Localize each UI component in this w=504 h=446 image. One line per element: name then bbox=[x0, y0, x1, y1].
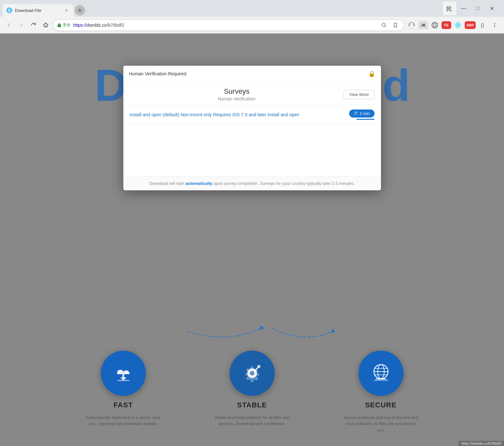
svg-point-6 bbox=[382, 23, 385, 26]
footer-auto-text: automatically bbox=[185, 181, 212, 186]
svg-point-5 bbox=[59, 25, 60, 26]
view-more-button[interactable]: View More bbox=[344, 90, 374, 99]
back-button[interactable] bbox=[4, 20, 14, 30]
search-icon-btn[interactable] bbox=[379, 21, 388, 30]
close-button[interactable]: ✕ bbox=[487, 4, 496, 13]
tab-close-button[interactable]: × bbox=[63, 7, 70, 14]
jb-extension-icon[interactable]: JB bbox=[418, 21, 428, 29]
human-verification-modal: Human Verification Required 🔒 Surveys Hu… bbox=[123, 66, 381, 190]
modal-surveys-section: Surveys Human Verification View More bbox=[123, 82, 381, 105]
svg-point-20 bbox=[494, 24, 495, 25]
window-controls: — □ ✕ bbox=[459, 4, 501, 13]
modal-title-bar: Human Verification Required 🔒 bbox=[123, 66, 381, 82]
svg-point-9 bbox=[410, 23, 413, 25]
fe-extension-icon[interactable]: FE bbox=[442, 21, 451, 29]
surveys-subtitle: Human Verification bbox=[130, 96, 344, 101]
taskbar-icon: 民 bbox=[443, 2, 456, 15]
brackets-extension-icon[interactable]: {} bbox=[477, 20, 488, 31]
profile-icon-btn[interactable] bbox=[406, 20, 417, 31]
modal-overlay: Human Verification Required 🔒 Surveys Hu… bbox=[0, 33, 504, 446]
forward-button[interactable] bbox=[16, 20, 26, 30]
footer-text-before: Download will start bbox=[149, 181, 185, 186]
modal-content-area bbox=[123, 125, 381, 176]
page-content: Download Xvid Human Verification Require… bbox=[0, 33, 504, 446]
home-button[interactable] bbox=[41, 20, 51, 30]
svg-line-7 bbox=[385, 26, 386, 27]
clock-icon: ⏱ bbox=[354, 111, 358, 116]
more-extensions-button[interactable] bbox=[489, 20, 500, 31]
modal-footer: Download will start automatically upon s… bbox=[123, 176, 381, 190]
surveys-header: Surveys Human Verification bbox=[130, 87, 344, 101]
svg-point-19 bbox=[494, 23, 495, 24]
survey-time-badge[interactable]: ⏱ 2 min bbox=[349, 109, 375, 118]
bookmark-icon-btn[interactable] bbox=[391, 21, 400, 30]
address-bar[interactable]: 安全 https://dwnlds.co/b76bdf2 bbox=[53, 19, 404, 31]
title-bar: Download File × 民 — □ ✕ bbox=[0, 0, 504, 17]
survey-item: Install and open (default) Non-incent on… bbox=[123, 105, 381, 125]
browser-window: Download File × 民 — □ ✕ bbox=[0, 0, 504, 446]
globe-extension-icon[interactable] bbox=[429, 20, 440, 31]
new-tab-button[interactable] bbox=[75, 5, 85, 15]
tab-favicon bbox=[6, 7, 12, 13]
extensions-area: JB FE ABP {} bbox=[406, 20, 500, 31]
svg-text:民: 民 bbox=[446, 6, 452, 12]
survey-time-area: ⏱ 2 min bbox=[349, 109, 375, 120]
maximize-button[interactable]: □ bbox=[473, 4, 482, 13]
modal-title: Human Verification Required bbox=[129, 71, 186, 76]
reload-button[interactable] bbox=[28, 20, 39, 30]
svg-rect-2 bbox=[78, 10, 82, 11]
lock-icon: 🔒 bbox=[368, 70, 375, 77]
survey-time-progress-bar bbox=[357, 119, 374, 120]
survey-time-label: 2 min bbox=[360, 111, 370, 116]
abp-extension-icon[interactable]: ABP bbox=[465, 21, 476, 29]
active-tab[interactable]: Download File × bbox=[3, 4, 73, 17]
svg-point-15 bbox=[457, 24, 459, 26]
minimize-button[interactable]: — bbox=[459, 4, 468, 13]
footer-text-after: upon survey completion. Surveys for your… bbox=[212, 181, 355, 186]
secure-indicator: 安全 bbox=[57, 22, 71, 28]
react-extension-icon[interactable] bbox=[452, 20, 463, 31]
svg-point-21 bbox=[494, 26, 495, 27]
address-url: https://dwnlds.co/b76bdf2 bbox=[73, 23, 377, 28]
surveys-title: Surveys bbox=[130, 87, 344, 96]
tab-area: Download File × bbox=[3, 0, 443, 17]
tab-title: Download File bbox=[15, 8, 61, 13]
survey-item-text: Install and open (default) Non-incent on… bbox=[130, 112, 349, 117]
toolbar: 安全 https://dwnlds.co/b76bdf2 JB FE bbox=[0, 17, 504, 33]
